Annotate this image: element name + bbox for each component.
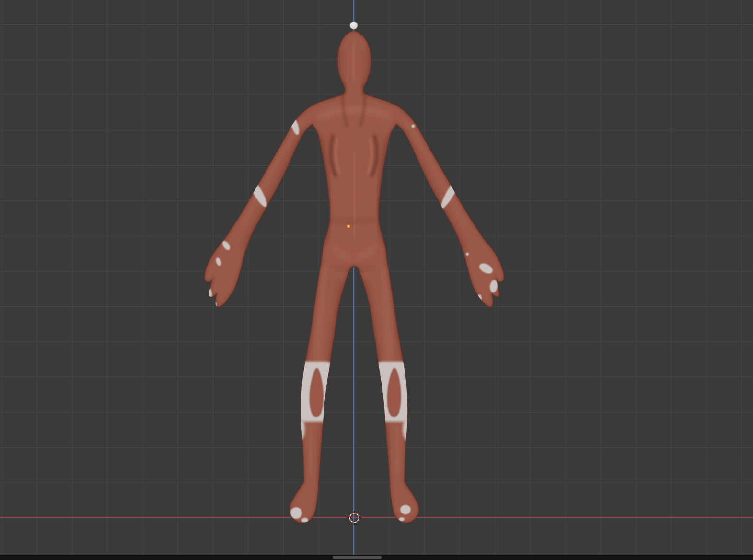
viewport-window <box>0 0 753 560</box>
viewport-canvas[interactable] <box>0 0 753 560</box>
timeline-scrollbar[interactable] <box>333 556 382 559</box>
timeline-strip <box>0 555 753 560</box>
x-axis-line <box>0 517 753 518</box>
marker-sphere-object[interactable] <box>350 22 358 29</box>
object-origin-indicator <box>347 224 350 228</box>
